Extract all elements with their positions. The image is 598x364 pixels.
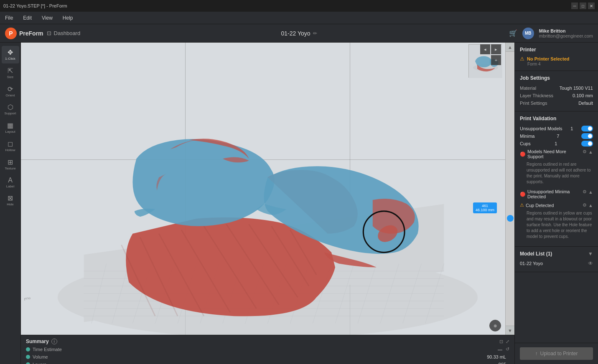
- edit-title-icon[interactable]: ✏: [313, 30, 317, 36]
- summary-info-icon[interactable]: i: [51, 339, 57, 344]
- alert-1: 🔴 Models Need More Support ⚙ ▲: [520, 147, 593, 161]
- close-button[interactable]: ✕: [588, 3, 595, 9]
- alert-1-settings[interactable]: ⚙: [583, 149, 587, 154]
- cups-toggle[interactable]: [581, 141, 593, 147]
- label-icon: A: [8, 177, 13, 184]
- hide-label: Hide: [7, 203, 13, 207]
- layer-slider-thumb[interactable]: [507, 215, 514, 222]
- toolbar-right: 🛒 MB Mike Britton mbritton@goengineer.co…: [509, 28, 593, 39]
- tool-label[interactable]: A Label: [2, 174, 19, 191]
- slider-body[interactable]: 461 46.100 mm: [506, 52, 514, 326]
- tool-orient[interactable]: ⟳ Orient: [2, 83, 19, 100]
- time-refresh-button[interactable]: ↺: [506, 346, 509, 352]
- alert-3-left: ⚠ Cup Detected: [520, 202, 581, 208]
- cups-left: Cups: [520, 141, 531, 146]
- slider-arrow-down[interactable]: ▼: [506, 326, 515, 335]
- layer-indicator: 461 46.100 mm: [473, 202, 497, 213]
- alert-2-info[interactable]: ▲: [588, 189, 593, 195]
- layers-key: Layers: [33, 362, 499, 364]
- time-key: Time Estimate: [33, 347, 498, 352]
- summary-title: Summary: [26, 339, 49, 344]
- tool-hollow[interactable]: ◻ Hollow: [2, 137, 19, 155]
- compass-icon[interactable]: ⊕: [489, 320, 501, 331]
- minima-toggle[interactable]: [581, 133, 593, 139]
- tool-1click[interactable]: ✥ 1-Click: [2, 46, 19, 63]
- viewport-btn-right[interactable]: ▸: [491, 44, 501, 54]
- minima-row: Minima 7: [520, 132, 593, 140]
- time-dot: [26, 347, 30, 351]
- alert-2-left: 🔴 Unsupported Minima Detected: [520, 189, 581, 199]
- alert-3-desc: Regions outlined in yellow are cups and …: [520, 210, 593, 242]
- hollow-label: Hollow: [5, 149, 15, 152]
- slider-arrow-up[interactable]: ▲: [506, 43, 515, 52]
- summary-resize-button[interactable]: ⊡: [499, 339, 503, 344]
- dashboard-button[interactable]: ⊡ Dashboard: [47, 30, 81, 36]
- alert-1-info[interactable]: ▲: [588, 149, 593, 154]
- tool-size[interactable]: ⇱ Size: [2, 64, 19, 82]
- summary-row-volume: Volume 90.33 mL: [26, 354, 509, 360]
- texture-label: Texture: [5, 167, 15, 171]
- alert-1-left: 🔴 Models Need More Support: [520, 149, 581, 159]
- summary-expand-button[interactable]: ⤢: [506, 339, 509, 344]
- orient-label: Orient: [6, 94, 15, 98]
- layers-val: 965: [499, 362, 506, 364]
- printer-title: Printer: [520, 47, 593, 53]
- cart-icon[interactable]: 🛒: [509, 29, 517, 37]
- validation-title: Print Validation: [520, 116, 593, 121]
- title-bar: 01-22 Yoyo.STEP [*] - PreForm ─ □ ✕: [0, 0, 598, 12]
- upload-to-printer-button[interactable]: ↑ Upload to Printer: [520, 347, 593, 360]
- alert-3-info[interactable]: ▲: [588, 202, 593, 208]
- unsupported-models-row: Unsupported Models 1: [520, 125, 593, 132]
- viewport-bottom-label: r¹⁵⁰: [24, 297, 31, 301]
- user-name: Mike Britton: [539, 28, 593, 33]
- model-list-expand[interactable]: ▼: [588, 251, 593, 257]
- viewport-btn-left[interactable]: ◂: [480, 44, 490, 54]
- volume-key: Volume: [33, 354, 487, 359]
- alert-1-actions: ⚙ ▲: [583, 149, 593, 154]
- preform-label: PreForm: [19, 30, 43, 37]
- layer-slider-container[interactable]: ▲ 461 46.100 mm ▼: [505, 43, 514, 335]
- volume-val: 90.33 mL: [487, 354, 506, 359]
- support-label: Support: [4, 112, 16, 116]
- dashboard-icon: ⊡: [47, 30, 51, 36]
- model-3d-svg: [21, 43, 514, 335]
- alert-1-text: Models Need More Support: [527, 149, 581, 159]
- right-panel: Printer ⚠ No Printer Selected Form 4 Job…: [514, 43, 598, 364]
- dashboard-label: Dashboard: [54, 30, 81, 36]
- minimize-button[interactable]: ─: [571, 3, 578, 9]
- title-bar-controls[interactable]: ─ □ ✕: [571, 3, 595, 9]
- menu-edit[interactable]: Edit: [21, 14, 33, 22]
- tool-layout[interactable]: ▦ Layout: [2, 119, 19, 136]
- tool-hide[interactable]: ⊠ Hide: [2, 192, 19, 209]
- cups-count: 1: [555, 141, 557, 146]
- alert-2-actions: ⚙ ▲: [583, 189, 593, 195]
- printer-no-printer[interactable]: No Printer Selected: [527, 56, 569, 61]
- preform-logo-button[interactable]: P PreForm: [5, 28, 43, 39]
- menu-view[interactable]: View: [40, 14, 54, 22]
- layer-thickness-val[interactable]: 0.100 mm: [573, 93, 593, 98]
- alert-2-settings[interactable]: ⚙: [583, 189, 587, 195]
- 1click-icon: ✥: [8, 48, 13, 56]
- alert-3: ⚠ Cup Detected ⚙ ▲: [520, 201, 593, 210]
- menu-file[interactable]: File: [3, 14, 15, 22]
- upload-label: Upload to Printer: [540, 351, 578, 356]
- layers-dot: [26, 362, 30, 364]
- print-settings-val[interactable]: Default: [578, 101, 593, 106]
- model-name-1: 01-22 Yoyo: [520, 261, 543, 266]
- maximize-button[interactable]: □: [580, 3, 586, 9]
- left-sidebar: ✥ 1-Click ⇱ Size ⟳ Orient ⬡ Support ▦ La…: [0, 43, 21, 364]
- unsupported-toggle[interactable]: [581, 126, 593, 131]
- material-val[interactable]: Tough 1500 V11: [560, 86, 593, 91]
- tool-texture[interactable]: ⊞ Texture: [2, 156, 19, 173]
- alert-2-text: Unsupported Minima Detected: [527, 189, 581, 199]
- layer-thickness-key: Layer Thickness: [520, 93, 553, 98]
- 3d-viewport[interactable]: ▲ 461 46.100 mm ▼ ◂ ▸ +: [21, 43, 514, 335]
- model-eye-1[interactable]: 👁: [588, 260, 593, 266]
- model-list-title: Model List (1): [520, 251, 552, 257]
- alert-3-actions: ⚙ ▲: [583, 202, 593, 208]
- menu-help[interactable]: Help: [61, 14, 75, 22]
- tool-support[interactable]: ⬡ Support: [2, 101, 19, 118]
- layer-mm: 46.100 mm: [476, 208, 494, 212]
- alert-3-settings[interactable]: ⚙: [583, 202, 587, 208]
- viewport-btn-top[interactable]: +: [491, 55, 501, 65]
